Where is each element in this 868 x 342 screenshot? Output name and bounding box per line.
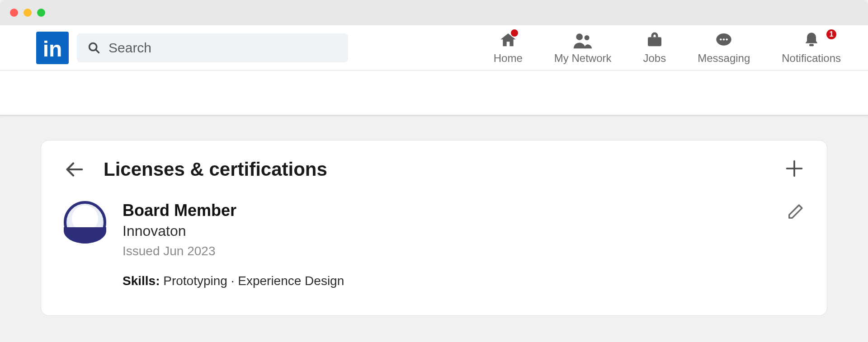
- nav-items: Home My Network Jobs: [494, 31, 841, 65]
- skills-label: Skills:: [123, 274, 160, 288]
- certification-badge-icon: [64, 201, 106, 244]
- search-box[interactable]: [77, 33, 348, 62]
- svg-point-3: [585, 35, 590, 40]
- nav-label: Notifications: [782, 52, 841, 65]
- card-header: Licenses & certifications: [64, 159, 804, 180]
- certification-issued: Issued Jun 2023: [123, 244, 344, 258]
- linkedin-logo[interactable]: in: [36, 32, 69, 64]
- certification-item: Board Member Innovaton Issued Jun 2023 S…: [64, 201, 804, 288]
- skills-value: Prototyping · Experience Design: [163, 274, 344, 288]
- nav-home-badge: [510, 28, 519, 37]
- nav-messaging[interactable]: Messaging: [698, 31, 750, 65]
- traffic-light-close[interactable]: [10, 9, 18, 17]
- svg-rect-9: [809, 44, 814, 46]
- add-button[interactable]: [784, 159, 804, 178]
- search-input[interactable]: [108, 40, 337, 56]
- licenses-card: Licenses & certifications Board Member I…: [41, 140, 827, 316]
- nav-jobs[interactable]: Jobs: [643, 31, 666, 65]
- traffic-light-minimize[interactable]: [24, 9, 32, 17]
- svg-point-8: [726, 38, 728, 40]
- search-icon: [88, 42, 100, 54]
- edit-button[interactable]: [786, 203, 804, 221]
- nav-home[interactable]: Home: [494, 31, 523, 65]
- message-icon: [714, 31, 733, 49]
- nav-notifications[interactable]: Notifications 1: [782, 31, 841, 65]
- sub-top-band: [0, 70, 868, 116]
- briefcase-icon: [646, 31, 664, 49]
- traffic-light-zoom[interactable]: [37, 9, 45, 17]
- window-titlebar: [0, 0, 868, 25]
- svg-point-2: [576, 33, 583, 40]
- svg-rect-4: [648, 37, 661, 46]
- bell-icon: [802, 31, 821, 49]
- nav-label: My Network: [554, 52, 612, 65]
- svg-point-6: [720, 38, 722, 40]
- nav-label: Messaging: [698, 52, 750, 65]
- svg-point-7: [723, 38, 725, 40]
- content: Licenses & certifications Board Member I…: [0, 116, 868, 340]
- svg-line-1: [96, 50, 99, 52]
- people-icon: [573, 31, 593, 49]
- nav-notifications-badge: 1: [826, 28, 837, 40]
- nav-label: Jobs: [643, 52, 666, 65]
- certification-org: Innovaton: [123, 223, 344, 239]
- back-button[interactable]: [64, 159, 85, 180]
- certification-body: Board Member Innovaton Issued Jun 2023 S…: [123, 201, 344, 288]
- global-nav: in Home My Network: [0, 25, 868, 70]
- certification-title: Board Member: [123, 201, 344, 220]
- nav-label: Home: [494, 52, 523, 65]
- nav-network[interactable]: My Network: [554, 31, 612, 65]
- certification-skills: Skills: Prototyping · Experience Design: [123, 274, 344, 288]
- section-title: Licenses & certifications: [104, 159, 327, 180]
